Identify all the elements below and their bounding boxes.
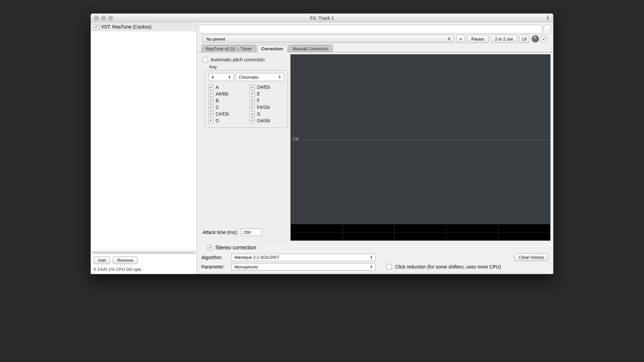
algorithm-value: élastique 2.1 SOLOIST	[234, 255, 279, 260]
scale-combo[interactable]: Chromatic ▲▼	[236, 73, 284, 81]
checkbox-icon[interactable]	[250, 98, 255, 103]
cpu-status: 0.1%/0.1% CPU 0/0 spls	[94, 267, 194, 272]
fx-enable-checkbox[interactable]	[94, 24, 99, 29]
checkbox-icon[interactable]	[208, 84, 214, 90]
note-label: B	[216, 98, 219, 103]
note-checkbox-abb[interactable]: A#/Bb	[208, 91, 243, 97]
auto-pitch-checkbox[interactable]	[203, 57, 208, 62]
note-label: G	[257, 111, 261, 117]
fx-list-item[interactable]: VST: ReaTune (Cockos)	[91, 23, 196, 31]
tab-correction[interactable]: Correction	[257, 45, 288, 52]
algorithm-label: Algorithm:	[201, 255, 228, 260]
note-label: D#/Eb	[257, 84, 270, 90]
fx-sidebar: VST: ReaTune (Cockos) Add Remove 0.1%/0.…	[91, 23, 197, 274]
stepper-icon: ▲▼	[278, 75, 281, 79]
note-checkbox-deb[interactable]: D#/Eb	[250, 84, 284, 90]
note-label: A#/Bb	[216, 91, 228, 97]
note-label: C	[216, 105, 219, 110]
stereo-label: Stereo correction	[215, 245, 256, 251]
stepper-icon: ▲▼	[370, 265, 373, 269]
checkbox-icon[interactable]	[208, 118, 214, 123]
preset-combo-label: No preset	[206, 37, 225, 42]
note-checkbox-gab[interactable]: G#/Ab	[250, 118, 284, 123]
main-panel: ... No preset ▲▼ + Param 2 in 2 out UI R…	[197, 23, 553, 274]
ui-button[interactable]: UI	[519, 35, 530, 43]
checkbox-icon[interactable]	[250, 118, 255, 123]
checkbox-icon[interactable]	[250, 111, 255, 117]
checkbox-icon[interactable]	[250, 105, 255, 110]
checkbox-icon[interactable]	[208, 105, 214, 110]
notes-grid: AD#/EbA#/BbEBFCF#/GbC#/DbGDG#/Ab	[208, 84, 284, 123]
remove-button[interactable]: Remove	[113, 256, 138, 264]
add-button[interactable]: Add	[94, 256, 110, 264]
add-preset-button[interactable]: +	[456, 35, 465, 43]
preset-combo[interactable]: No preset ▲▼	[203, 35, 454, 43]
note-label: G#/Ab	[257, 118, 270, 123]
root-note-combo[interactable]: A ▲▼	[208, 73, 234, 81]
stereo-checkbox[interactable]	[207, 245, 213, 250]
parameter-value: Monophonic	[234, 264, 258, 269]
fx-list-empty	[91, 31, 196, 250]
checkbox-icon[interactable]	[250, 91, 255, 97]
sidebar-scrollbar[interactable]	[91, 250, 196, 254]
note-label: F#/Gb	[257, 105, 270, 110]
parameter-label: Parameter:	[201, 264, 228, 269]
clear-history-button[interactable]: Clear History	[515, 253, 548, 261]
algorithm-combo[interactable]: élastique 2.1 SOLOIST ▲▼	[231, 254, 376, 261]
note-label: E	[257, 91, 260, 97]
click-reduction-checkbox[interactable]	[386, 264, 392, 269]
preset-row-2: No preset ▲▼ + Param 2 in 2 out UI	[197, 35, 553, 44]
fx-bypass-checkbox[interactable]	[541, 36, 547, 42]
note-label: F	[257, 98, 260, 103]
fx-window: FX: Track 1 VST: ReaTune (Cockos) Add Re…	[91, 13, 553, 274]
stepper-icon: ▲▼	[228, 75, 231, 79]
note-checkbox-e[interactable]: E	[250, 91, 284, 97]
titlebar: FX: Track 1	[91, 14, 553, 22]
note-checkbox-d[interactable]: D	[208, 118, 243, 123]
pitch-viewer[interactable]: C6	[290, 54, 550, 241]
note-label: C#/Db	[216, 111, 229, 117]
note-checkbox-b[interactable]: B	[208, 98, 243, 103]
sidebar-bottom: Add Remove 0.1%/0.1% CPU 0/0 spls	[91, 254, 196, 274]
window-title: FX: Track 1	[91, 15, 553, 21]
parameter-combo[interactable]: Monophonic ▲▼	[231, 263, 376, 270]
checkbox-icon[interactable]	[208, 111, 214, 117]
preset-menu-button[interactable]: ...	[544, 25, 551, 34]
footer: Stereo correction Algorithm: élastique 2…	[197, 243, 553, 274]
io-button[interactable]: 2 in 2 out	[491, 35, 518, 43]
note-checkbox-a[interactable]: A	[208, 84, 243, 90]
preset-row-1: ...	[197, 23, 553, 35]
stepper-icon: ▲▼	[448, 37, 450, 41]
note-checkbox-f[interactable]: F	[250, 98, 284, 103]
note-checkbox-c[interactable]: C	[208, 105, 243, 110]
click-reduction-label: Click reduction (for some shifters, uses…	[395, 264, 501, 269]
note-label: A	[216, 84, 219, 90]
note-label: D	[216, 118, 219, 123]
viewer-timeline	[291, 224, 550, 240]
stepper-icon: ▲▼	[370, 255, 373, 259]
note-checkbox-fgb[interactable]: F#/Gb	[250, 105, 284, 110]
pitch-label: C6	[293, 136, 299, 141]
param-button[interactable]: Param	[467, 35, 488, 43]
checkbox-icon[interactable]	[250, 84, 255, 90]
key-label: Key	[209, 64, 287, 69]
attack-input[interactable]	[241, 229, 262, 236]
tab-tuner[interactable]: ReaTune v0.31 -- Tuner	[201, 45, 256, 52]
scale-value: Chromatic	[239, 75, 259, 80]
tab-manual[interactable]: Manual Correction	[288, 45, 332, 52]
preset-name-field[interactable]	[199, 25, 542, 34]
checkbox-icon[interactable]	[208, 98, 214, 103]
wet-dry-knob[interactable]	[532, 35, 539, 43]
correction-panel: Automatic pitch correction Key A ▲▼ Chro…	[197, 52, 290, 243]
body: VST: ReaTune (Cockos) Add Remove 0.1%/0.…	[91, 22, 553, 274]
auto-pitch-label: Automatic pitch correction	[211, 57, 265, 62]
note-checkbox-g[interactable]: G	[250, 111, 284, 117]
note-checkbox-cdb[interactable]: C#/Db	[208, 111, 243, 117]
attack-label: Attack time (ms):	[203, 230, 238, 235]
checkbox-icon[interactable]	[208, 91, 214, 97]
tab-bar: ReaTune v0.31 -- Tuner Correction Manual…	[197, 44, 553, 52]
fx-item-label: VST: ReaTune (Cockos)	[101, 24, 151, 29]
pin-icon[interactable]	[546, 15, 550, 20]
key-box: A ▲▼ Chromatic ▲▼ AD#/EbA#/BbEBFCF#/GbC#…	[205, 70, 288, 128]
tab-content: Automatic pitch correction Key A ▲▼ Chro…	[197, 52, 553, 243]
